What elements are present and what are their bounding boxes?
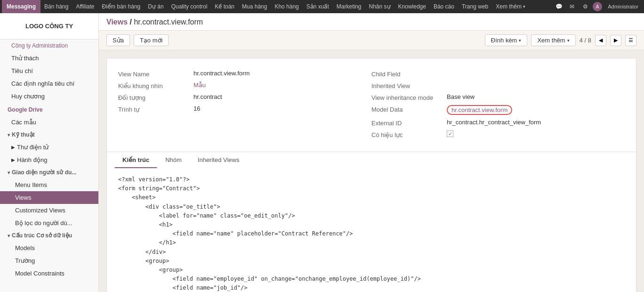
field-cohieuluc: Có hiệu lực	[371, 129, 625, 140]
code-line: <form string="Contract">	[118, 184, 625, 193]
code-line: </div>	[118, 248, 625, 257]
tab-inheritedviews[interactable]: Inherited Views	[190, 152, 248, 168]
chevron-down-icon: ▾	[523, 4, 525, 9]
nav-muahang[interactable]: Mua hàng	[238, 0, 271, 13]
childfield-label: Child Field	[371, 70, 447, 78]
sidebar-item-hanhdong[interactable]: ▶ Hành động	[0, 154, 98, 166]
sidebar-item-thuthach[interactable]: Thử thách	[0, 52, 98, 65]
sidebar-item-views[interactable]: Views	[0, 191, 98, 204]
main-content: Views / hr.contract.view.form Sửa Tạo mớ…	[99, 13, 644, 292]
form-body: View Name hr.contract.view.form Kiểu khu…	[107, 58, 636, 148]
trinhtuu-value: 16	[193, 105, 200, 112]
sidebar-item-cacmau[interactable]: Các mẫu	[0, 116, 98, 129]
form-right-column: Child Field Inherited View View inherita…	[371, 68, 625, 140]
field-doituong: Đối tượng hr.contract	[118, 91, 371, 103]
code-line: <?xml version="1.0"?>	[118, 175, 625, 184]
nav-ketoan[interactable]: Kế toán	[211, 0, 238, 13]
nav-qualitycontrol[interactable]: Quality control	[168, 0, 211, 13]
top-nav-right-icons: 💬 ✉ ⚙ A Administrator	[553, 0, 642, 13]
nav-sanxuat[interactable]: Sản xuất	[303, 0, 333, 13]
sidebar-item-bolucdongui[interactable]: Bộ lọc do người dù...	[0, 217, 98, 229]
sidebar-section-cautruc[interactable]: ▾ Cấu trúc Cơ sở dữ liệu	[0, 229, 98, 242]
inheritedview-label: Inherited View	[371, 81, 447, 89]
breadcrumb-parent[interactable]: Views	[106, 18, 128, 26]
code-line: <field name="employee_id" on_change="onc…	[118, 275, 625, 284]
sidebar-item-modelconstraints[interactable]: Model Constraints	[0, 267, 98, 280]
modeldata-value[interactable]: hr.contract.view.form	[447, 105, 512, 115]
modeldata-label: Model Data	[371, 105, 447, 113]
tab-kientruc[interactable]: Kiến trúc	[114, 152, 157, 168]
field-inheritedview: Inherited View	[371, 80, 625, 91]
nav-khohang[interactable]: Kho hàng	[271, 0, 302, 13]
sidebar-item-truong[interactable]: Trường	[0, 254, 98, 267]
attach-button[interactable]: Đính kèm ▾	[485, 34, 528, 46]
sidebar-item-cacdinhnghia[interactable]: Các định nghĩa tiêu chí	[0, 77, 98, 90]
chevron-down-icon3: ▾	[519, 38, 521, 43]
nav-duan[interactable]: Dự án	[144, 0, 167, 13]
nav-marketing[interactable]: Marketing	[333, 0, 365, 13]
sidebar-item-tieuchi[interactable]: Tiêu chí	[0, 65, 98, 77]
code-line: <h1>	[118, 220, 625, 229]
sidebar-item-thudientu[interactable]: ▶ Thư điện tử	[0, 141, 98, 154]
code-line: <field name="name" placeholder="Contract…	[118, 229, 625, 238]
prev-page-button[interactable]: ◀	[595, 35, 606, 46]
sidebar-item-huychuong[interactable]: Huy chương	[0, 90, 98, 103]
chevron-icon: ▾	[8, 132, 10, 138]
content-header: Views / hr.contract.view.form	[99, 13, 644, 31]
pagination-area: 4 / 8 ◀ ▶ ☰	[580, 35, 636, 46]
sidebar-section-kythuat[interactable]: ▾ Kỹ thuật	[0, 129, 98, 141]
edit-button[interactable]: Sửa	[106, 34, 130, 46]
kieukhuongnhin-value[interactable]: Mẫu	[193, 81, 206, 89]
code-line: <div class="oe_title">	[118, 203, 625, 211]
form-left-column: View Name hr.contract.view.form Kiểu khu…	[118, 68, 371, 140]
toolbar: Sửa Tạo mới Đính kèm ▾ Xem thêm ▾ 4 / 8 …	[99, 31, 644, 50]
code-line: <group>	[118, 257, 625, 266]
top-navigation: Messaging Bán hàng Affiliate Điểm bán hà…	[0, 0, 644, 13]
admin-label[interactable]: Administrator	[604, 0, 642, 13]
message-icon[interactable]: ✉	[566, 0, 578, 13]
code-editor[interactable]: <?xml version="1.0"?><form string="Contr…	[107, 168, 636, 292]
nav-banhang[interactable]: Bán hàng	[40, 0, 72, 13]
sidebar-company-admin[interactable]: Công ty Administration	[0, 40, 98, 52]
nav-nhansu[interactable]: Nhân sự	[365, 0, 394, 13]
main-layout: LOGO CÔNG TY Công ty Administration Thử …	[0, 13, 644, 292]
new-button[interactable]: Tạo mới	[134, 34, 169, 46]
chevron-icon2: ▾	[8, 170, 10, 175]
sidebar-item-menuitems[interactable]: Menu Items	[0, 178, 98, 191]
code-line: <field name="job_id"/>	[118, 284, 625, 292]
field-kieukhuongnhin: Kiểu khung nhìn Mẫu	[118, 80, 371, 91]
menu-button[interactable]: ☰	[625, 35, 636, 46]
cohieuluc-checkbox[interactable]	[447, 130, 453, 137]
sidebar-item-customizedviews[interactable]: Customized Views	[0, 204, 98, 217]
field-externalid: External ID hr_contract.hr_contract_view…	[371, 117, 625, 129]
viewname-label: View Name	[118, 70, 193, 78]
sidebar: LOGO CÔNG TY Công ty Administration Thử …	[0, 13, 99, 292]
nav-baocao[interactable]: Báo cáo	[430, 0, 458, 13]
code-line: <sheet>	[118, 193, 625, 202]
nav-knowledge[interactable]: Knowledge	[394, 0, 430, 13]
nav-affiliate[interactable]: Affiliate	[72, 0, 98, 13]
avatar[interactable]: A	[593, 2, 602, 11]
code-line: <label for="name" class="oe_edit_only"/>	[118, 211, 625, 220]
doituong-value: hr.contract	[193, 93, 222, 100]
brand-logo[interactable]: Messaging	[2, 0, 40, 13]
tabs-bar: Kiến trúc Nhóm Inherited Views	[107, 152, 636, 168]
code-line: <group>	[118, 266, 625, 275]
nav-xemthem[interactable]: Xem thêm ▾	[492, 0, 529, 13]
externalid-label: External ID	[371, 119, 447, 127]
arrow-right-icon: ▶	[11, 145, 15, 150]
chat-icon[interactable]: 💬	[553, 0, 564, 13]
sidebar-item-models[interactable]: Models	[0, 242, 98, 254]
company-logo: LOGO CÔNG TY	[0, 13, 98, 40]
pagination-text: 4 / 8	[580, 37, 591, 44]
tab-nhom[interactable]: Nhóm	[157, 152, 190, 168]
nav-diembanhang[interactable]: Điểm bán hàng	[98, 0, 145, 13]
field-modeldata: Model Data hr.contract.view.form	[371, 103, 625, 117]
breadcrumb-current: hr.contract.view.form	[134, 18, 203, 26]
nav-trangweb[interactable]: Trang web	[458, 0, 492, 13]
settings-icon[interactable]: ⚙	[580, 0, 591, 13]
sidebar-section-giaodien[interactable]: ▾ Giao diện người sử du...	[0, 166, 98, 178]
more-button[interactable]: Xem thêm ▾	[531, 34, 575, 46]
next-page-button[interactable]: ▶	[610, 35, 621, 46]
kieukhuongnhin-label: Kiểu khung nhìn	[118, 81, 193, 89]
